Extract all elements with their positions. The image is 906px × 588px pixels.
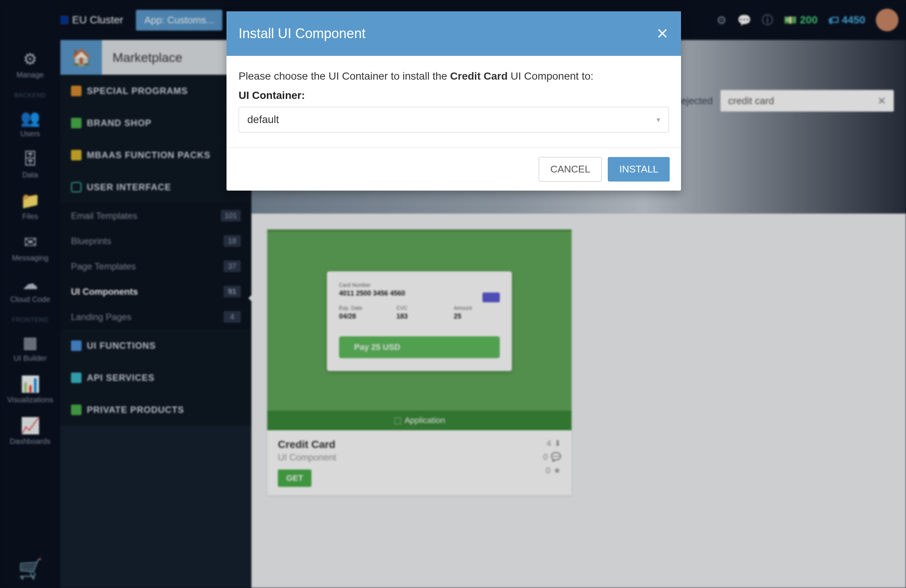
select-value: default [247, 113, 279, 126]
chevron-down-icon: ▾ [657, 115, 660, 124]
modal-title: Install UI Component [239, 25, 365, 41]
ui-container-select[interactable]: default ▾ [239, 107, 669, 132]
modal-header: Install UI Component ✕ [226, 11, 681, 56]
modal-footer: CANCEL INSTALL [226, 148, 681, 191]
cancel-button[interactable]: CANCEL [539, 157, 602, 182]
install-modal: Install UI Component ✕ Please choose the… [226, 11, 681, 191]
close-icon[interactable]: ✕ [656, 25, 669, 42]
modal-label: UI Container: [239, 89, 669, 102]
install-button[interactable]: INSTALL [608, 157, 670, 182]
modal-text: Please choose the UI Container to instal… [239, 69, 669, 83]
